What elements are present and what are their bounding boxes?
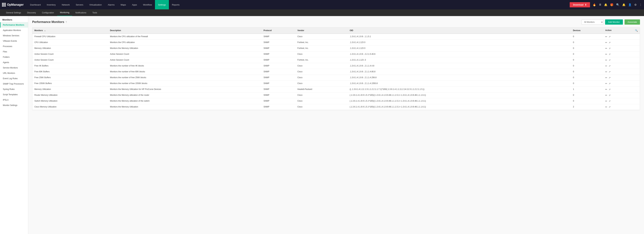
associate-icon[interactable]: ↗ xyxy=(608,47,611,50)
nav-workflow[interactable]: Workflow xyxy=(140,0,155,9)
col-protocol: Protocol xyxy=(262,27,295,34)
sidebar-item-processes[interactable]: Processes xyxy=(0,44,28,49)
subnav-notifications[interactable]: Notifications xyxy=(73,9,89,16)
fire-icon[interactable]: 🔥 xyxy=(593,3,596,6)
cell-protocol: SNMP xyxy=(262,46,295,51)
more-icon[interactable]: ⋮ xyxy=(639,3,642,6)
page-title: Performance Monitors xyxy=(32,20,64,24)
cell-monitor-name: Active Session Count xyxy=(32,51,108,57)
edit-icon[interactable]: ✏ xyxy=(605,88,607,91)
nav-network[interactable]: Network xyxy=(59,0,73,9)
subnav-configuration[interactable]: Configuration xyxy=(39,9,56,16)
associate-icon[interactable]: ↗ xyxy=(608,106,611,108)
sidebar-item-script-templates[interactable]: Script Templates xyxy=(0,92,28,97)
nav-virtualization[interactable]: Virtualization xyxy=(86,0,105,9)
nav-servers[interactable]: Servers xyxy=(73,0,86,9)
cell-vendor: Cisco xyxy=(295,92,348,98)
gift-icon[interactable]: 🎁 xyxy=(610,3,614,6)
associate-icon[interactable]: ↗ xyxy=(608,88,611,91)
nav-dashboard[interactable]: Dashboard xyxy=(27,0,44,9)
cell-protocol: SNMP xyxy=(262,40,295,46)
edit-icon[interactable]: ✏ xyxy=(605,65,607,67)
sidebar-item-performance-monitors[interactable]: Performance Monitors xyxy=(0,22,28,28)
cell-devices: 0 xyxy=(571,57,603,63)
app-logo: OpManager xyxy=(2,3,24,6)
edit-icon[interactable]: ✏ xyxy=(605,70,607,73)
associate-icon[interactable]: ↗ xyxy=(608,70,611,73)
subnav-tools[interactable]: Tools xyxy=(90,9,100,16)
associate-icon[interactable]: ↗ xyxy=(608,76,611,79)
cell-protocol: SNMP xyxy=(262,104,295,110)
associate-icon[interactable]: ↗ xyxy=(608,65,611,67)
nav-alarms[interactable]: Alarms xyxy=(105,0,118,9)
notification-icon[interactable]: 🔔 xyxy=(622,3,626,6)
sidebar-item-monitor-settings[interactable]: Monitor Settings xyxy=(0,103,28,108)
sidebar-item-url-monitors[interactable]: URL Monitors xyxy=(0,70,28,76)
sidebar-item-files[interactable]: Files xyxy=(0,49,28,54)
cell-oid: .1.3.6.1.4.1.9.9. .2.2.1.5.40.6 xyxy=(348,51,571,57)
edit-icon[interactable]: ✏ xyxy=(605,76,607,79)
associate-icon[interactable]: ↗ xyxy=(608,100,611,103)
cell-action: ✏ ↗ xyxy=(603,69,640,75)
cell-action: ✏ ↗ xyxy=(603,98,640,104)
nav-inventory[interactable]: Inventory xyxy=(44,0,59,9)
associate-icon[interactable]: ↗ xyxy=(608,59,611,61)
help-icon[interactable]: ? xyxy=(66,21,67,23)
table-row: Router Memory Utilization Monitors the M… xyxy=(32,92,640,98)
edit-icon[interactable]: ✏ xyxy=(605,59,607,61)
cell-protocol: SNMP xyxy=(262,81,295,87)
nav-reports[interactable]: Reports xyxy=(169,0,183,9)
sidebar-item-service-monitors[interactable]: Service Monitors xyxy=(0,65,28,70)
sidebar-item-application-monitors[interactable]: Application Monitors xyxy=(0,28,28,33)
edit-icon[interactable]: ✏ xyxy=(605,82,607,85)
sidebar-item-vmware-events[interactable]: VMware Events xyxy=(0,38,28,44)
sidebar-item-syslog-rules[interactable]: Syslog Rules xyxy=(0,87,28,92)
search-icon[interactable]: 🔍 xyxy=(616,3,620,6)
nav-apps[interactable]: Apps xyxy=(129,0,140,9)
table-row: Free 1550K Buffers Monitors the number o… xyxy=(32,81,640,87)
associate-button[interactable]: Associate xyxy=(624,19,640,25)
subnav-discovery[interactable]: Discovery xyxy=(24,9,38,16)
edit-icon[interactable]: ✏ xyxy=(605,94,607,97)
monitor-filter-select[interactable]: All Monitors xyxy=(582,20,604,25)
edit-icon[interactable]: ✏ xyxy=(605,53,607,56)
subnav-monitoring[interactable]: Monitoring xyxy=(57,9,72,16)
settings-icon[interactable]: ⚙ xyxy=(634,3,636,6)
search-icon-action[interactable]: 🔍 xyxy=(635,29,638,32)
cell-description: Monitors the Memory Utilization xyxy=(108,46,262,51)
edit-icon[interactable]: ✏ xyxy=(605,47,607,50)
cell-protocol: SNMP xyxy=(262,63,295,69)
sort-icon-monitors[interactable]: ▲ xyxy=(44,30,46,31)
user-icon[interactable]: 👤 xyxy=(628,3,632,6)
sidebar-item-folders[interactable]: Folders xyxy=(0,54,28,60)
top-bar: OpManager Dashboard Inventory Network Se… xyxy=(0,0,644,9)
add-monitor-button[interactable]: Add Monitor xyxy=(605,19,623,25)
edit-icon[interactable]: ✏ xyxy=(605,106,607,108)
cell-monitor-name: Router Memory Utilization xyxy=(32,92,108,98)
associate-icon[interactable]: ↗ xyxy=(608,35,611,38)
cell-vendor: Cisco xyxy=(295,69,348,75)
sidebar-item-agents[interactable]: Agents xyxy=(0,60,28,65)
associate-icon[interactable]: ↗ xyxy=(608,82,611,85)
sidebar-item-event-log-rules[interactable]: Event Log Rules xyxy=(0,76,28,81)
sidebar-item-ipsla[interactable]: IPSLA xyxy=(0,97,28,103)
cell-devices: 0 xyxy=(571,81,603,87)
cell-action: ✏ ↗ xyxy=(603,92,640,98)
bell-icon[interactable]: 🔔 xyxy=(604,3,608,6)
nav-maps[interactable]: Maps xyxy=(118,0,129,9)
download-button[interactable]: Download ⬇ xyxy=(570,2,590,7)
cell-oid: (.1.3.6.1.4.1.9.9 1.5.1*100)/(.1.3.6.1.4… xyxy=(348,98,571,104)
associate-icon[interactable]: ↗ xyxy=(608,94,611,97)
nav-settings[interactable]: Settings xyxy=(155,0,169,9)
monitor-icon[interactable]: 🖥 xyxy=(599,3,602,6)
cell-description: Active Session Count xyxy=(108,57,262,63)
subnav-general-settings[interactable]: General Settings xyxy=(3,9,24,16)
edit-icon[interactable]: ✏ xyxy=(605,35,607,38)
sidebar-item-windows-services[interactable]: Windows Services xyxy=(0,33,28,38)
edit-icon[interactable]: ✏ xyxy=(605,100,607,103)
cell-vendor: Fortinet, Inc. xyxy=(295,40,348,46)
associate-icon[interactable]: ↗ xyxy=(608,41,611,44)
edit-icon[interactable]: ✏ xyxy=(605,41,607,44)
associate-icon[interactable]: ↗ xyxy=(608,53,611,56)
sidebar-item-snmp-trap[interactable]: SNMP Trap Processors xyxy=(0,81,28,87)
